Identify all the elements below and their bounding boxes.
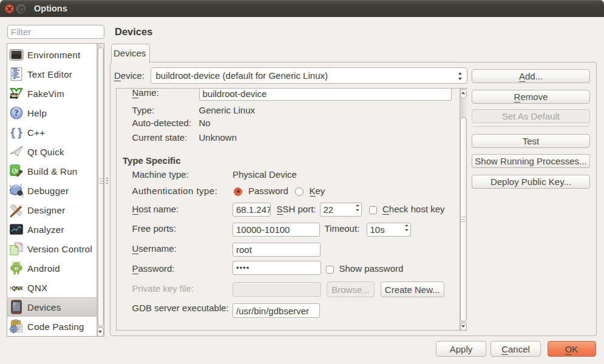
svg-text:?: ?	[15, 109, 19, 118]
svg-text:Qt: Qt	[12, 167, 18, 174]
svg-text:{ }: { }	[11, 126, 22, 138]
svg-text:QNX: QNX	[12, 285, 23, 291]
svg-text:Fake: Fake	[9, 93, 19, 98]
